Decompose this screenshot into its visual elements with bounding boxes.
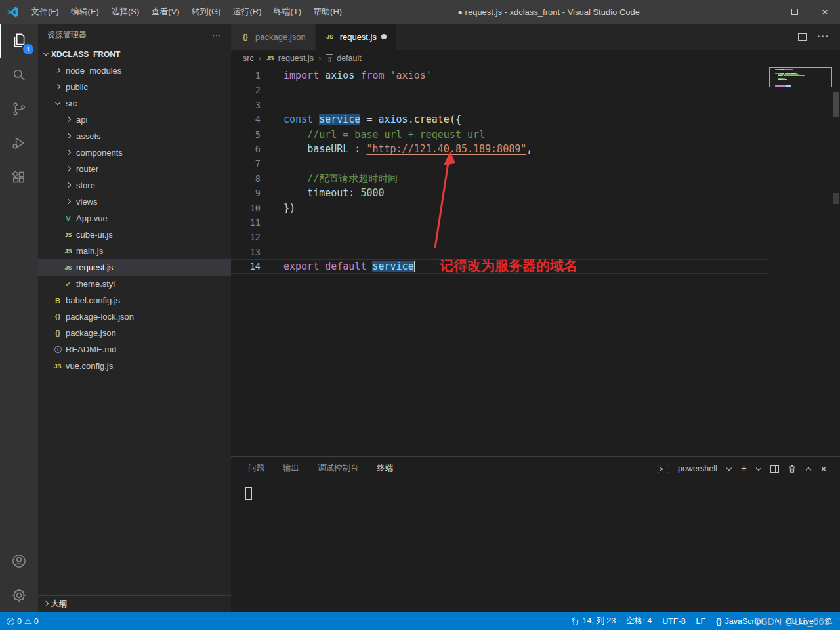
code-line-6[interactable]: 6 baseURL : "http://121.40.85.189:8089", [231,142,768,156]
tree-item-cube-ui.js[interactable]: JScube-ui.js [38,226,231,243]
line-number: 4 [231,112,261,127]
minimize-button[interactable] [749,0,780,24]
minimap[interactable] [772,69,830,87]
search-activity-button[interactable] [0,58,38,92]
panel-tab-输出[interactable]: 输出 [283,457,299,480]
menu-item-0[interactable]: 文件(F) [25,3,65,20]
breadcrumb-request-js[interactable]: JS request.js [266,54,314,63]
settings-button[interactable] [0,578,38,612]
code-line-4[interactable]: 4const service = axios.create({ [231,112,768,127]
outline-section[interactable]: 大纲 [38,595,231,612]
tree-item-App.vue[interactable]: VApp.vue [38,210,231,226]
encoding[interactable]: UTF-8 [662,617,685,626]
code-line-8[interactable]: 8 //配置请求超时时间 [231,171,768,186]
chevron-up-icon[interactable] [805,465,812,472]
editor-tabs: {} package.json JS request.js ··· [231,24,840,50]
code-editor[interactable]: 1import axios from 'axios'234const servi… [231,67,840,456]
tree-item-node_modules[interactable]: node_modules [38,62,231,79]
run-debug-activity-button[interactable] [0,126,38,160]
tree-item-components[interactable]: components [38,144,231,161]
tree-item-theme.styl[interactable]: ✓theme.styl [38,276,231,292]
breadcrumb-src[interactable]: src [243,54,254,63]
tree-item-public[interactable]: public [38,79,231,95]
chevron-right-icon [63,131,74,142]
tree-item-label: router [76,164,98,174]
sidebar-title: 资源管理器 [47,30,87,41]
account-button[interactable] [0,544,38,578]
json-file-icon: {} [52,313,63,320]
code-line-1[interactable]: 1import axios from 'axios' [231,68,768,83]
editor-scrollbar[interactable] [831,67,840,456]
tree-item-views[interactable]: views [38,194,231,210]
tree-item-request.js[interactable]: JSrequest.js [38,259,231,276]
indentation[interactable]: 空格: 4 [626,616,652,627]
chevron-down-icon[interactable] [726,465,732,472]
tree-item-README.md[interactable]: iREADME.md [38,341,231,358]
close-button[interactable]: × [810,0,840,24]
tree-item-src[interactable]: src [38,95,231,112]
tree-item-router[interactable]: router [38,161,231,177]
menu-item-5[interactable]: 运行(R) [226,3,267,20]
tree-item-label: babel.config.js [66,295,120,305]
code-line-2[interactable]: 2 [231,83,768,97]
close-panel-icon[interactable]: × [820,463,827,474]
breadcrumb-default[interactable]: [] default [326,54,362,63]
eol-sequence[interactable]: LF [696,617,706,626]
code-line-3[interactable]: 3 [231,98,768,112]
tree-item-label: main.js [76,246,103,256]
panel-tab-终端[interactable]: 终端 [377,457,394,480]
split-editor-icon[interactable] [798,33,807,41]
chevron-down-icon[interactable] [755,465,762,472]
workspace-root-folder[interactable]: XDCLASS_FRONT [38,47,231,62]
root-folder-label: XDCLASS_FRONT [51,50,120,59]
menu-item-6[interactable]: 终端(T) [267,3,307,20]
menu-item-7[interactable]: 帮助(H) [307,3,348,20]
maximize-button[interactable] [780,0,810,24]
source-control-activity-button[interactable] [0,92,38,126]
more-actions-icon[interactable]: ··· [212,31,222,40]
chevron-right-icon [63,164,74,175]
text-cursor [414,261,415,272]
code-line-10[interactable]: 10}) [231,201,768,215]
tab-package-json[interactable]: {} package.json [231,24,316,50]
new-terminal-icon[interactable]: + [741,463,747,474]
scrollbar-thumb[interactable] [833,92,839,117]
extensions-activity-button[interactable] [0,160,38,194]
code-line-11[interactable]: 11 [231,215,768,230]
code-line-5[interactable]: 5 //url = base url + reqeust url [231,127,768,142]
minimize-icon [761,12,768,12]
problems-indicator[interactable]: 0 ⚠ 0 [7,617,39,626]
tree-item-package-lock.json[interactable]: {}package-lock.json [38,308,231,325]
terminal-area[interactable] [231,480,840,612]
code-line-7[interactable]: 7 [231,156,768,171]
code-line-12[interactable]: 12 [231,230,768,244]
json-file-icon: {} [240,33,251,41]
tree-item-babel.config.js[interactable]: Bbabel.config.js [38,292,231,308]
more-actions-icon[interactable]: ··· [817,31,830,43]
code-line-9[interactable]: 9 timeout: 5000 [231,186,768,200]
tree-item-package.json[interactable]: {}package.json [38,325,231,341]
split-terminal-icon[interactable] [770,465,779,472]
panel-tab-调试控制台[interactable]: 调试控制台 [318,457,359,480]
tree-item-assets[interactable]: assets [38,128,231,144]
tab-request-js[interactable]: JS request.js [316,24,396,50]
tree-item-main.js[interactable]: JSmain.js [38,243,231,259]
menu-item-2[interactable]: 选择(S) [105,3,145,20]
explorer-activity-button[interactable]: 1 [0,24,38,58]
tree-item-api[interactable]: api [38,112,231,128]
menu-item-4[interactable]: 转到(G) [186,3,227,20]
tree-item-label: assets [76,131,101,141]
menu-item-3[interactable]: 查看(V) [145,3,185,20]
activity-bar-spacer [0,194,38,544]
activity-bar: 1 [0,24,38,612]
cursor-position[interactable]: 行 14, 列 23 [572,616,616,627]
trash-icon[interactable] [788,464,797,473]
panel-tab-问题[interactable]: 问题 [248,457,264,480]
tree-item-vue.config.js[interactable]: JSvue.config.js [38,358,231,374]
menu-item-1[interactable]: 编辑(E) [65,3,105,20]
tree-item-store[interactable]: store [38,177,231,194]
dirty-indicator-icon[interactable] [381,34,387,39]
tree-item-label: store [76,180,95,190]
tab-label: package.json [255,32,306,42]
shell-selector[interactable]: powershell [678,464,717,473]
